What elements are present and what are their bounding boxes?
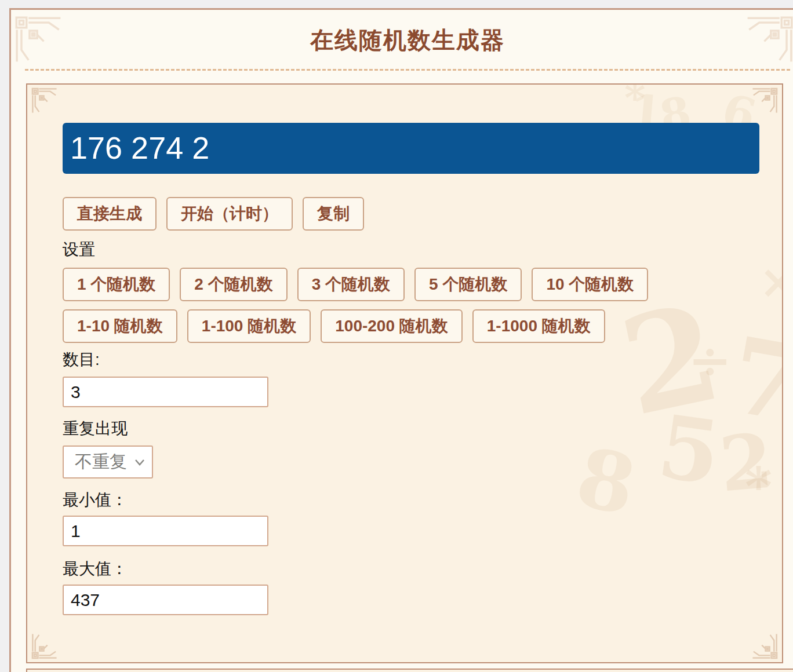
count-input[interactable]	[63, 377, 268, 407]
corner-ornament-icon	[752, 633, 779, 660]
chevron-down-icon	[134, 459, 145, 466]
min-label: 最小值：	[63, 490, 782, 510]
copy-button[interactable]: 复制	[303, 197, 364, 231]
preset-count-10-button[interactable]: 10 个随机数	[532, 268, 648, 301]
page-title: 在线随机数生成器	[11, 23, 793, 57]
count-label: 数目:	[63, 350, 782, 370]
preset-range-100-200-button[interactable]: 100-200 随机数	[321, 309, 463, 343]
preset-range-1-10-button[interactable]: 1-10 随机数	[63, 309, 177, 343]
preset-range-1-1000-button[interactable]: 1-1000 随机数	[472, 309, 605, 343]
repeat-selected-option: 不重复	[75, 450, 127, 474]
generator-panel: *1862÷7×528*3 176 274 2 直接生成 开始（计时） 复制	[26, 83, 783, 663]
corner-ornament-icon	[31, 633, 57, 660]
repeat-select[interactable]: 不重复	[63, 445, 153, 479]
preset-count-2-button[interactable]: 2 个随机数	[180, 268, 287, 301]
preset-count-1-button[interactable]: 1 个随机数	[63, 268, 170, 301]
preset-count-5-button[interactable]: 5 个随机数	[414, 268, 522, 301]
generate-button[interactable]: 直接生成	[63, 197, 157, 231]
dashed-divider	[25, 69, 790, 71]
result-display: 176 274 2	[63, 123, 759, 174]
start-timer-button[interactable]: 开始（计时）	[166, 197, 293, 231]
preset-range-1-100-button[interactable]: 1-100 随机数	[187, 309, 311, 343]
preset-range-row: 1-10 随机数 1-100 随机数 100-200 随机数 1-1000 随机…	[63, 309, 782, 343]
settings-label: 设置	[63, 240, 782, 260]
max-input[interactable]	[63, 585, 268, 615]
main-container: 在线随机数生成器 *1862÷7×528*3 176 274 2 直接生成 开始…	[9, 8, 793, 672]
preset-count-row: 1 个随机数 2 个随机数 3 个随机数 5 个随机数 10 个随机数	[63, 268, 782, 301]
repeat-label: 重复出现	[63, 419, 782, 439]
action-buttons-row: 直接生成 开始（计时） 复制	[63, 197, 782, 231]
max-label: 最大值：	[63, 559, 782, 579]
min-input[interactable]	[63, 516, 268, 546]
preset-count-3-button[interactable]: 3 个随机数	[297, 268, 405, 301]
next-section-top	[26, 669, 793, 672]
